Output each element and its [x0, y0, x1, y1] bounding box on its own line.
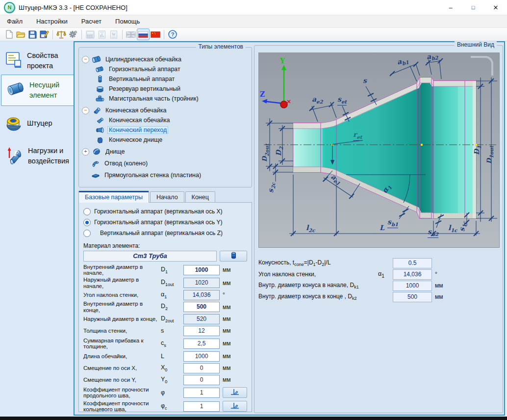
sidebar-item-project-properties[interactable]: Свойства проекта — [0, 48, 73, 74]
param-unit: мм — [223, 353, 231, 360]
element-types-group: Типы элементов − Цилиндрическая обечайка… — [78, 47, 252, 187]
sidebar-item-shell-element[interactable]: Несущий элемент — [1, 75, 74, 106]
weld-seam-button[interactable] — [223, 387, 247, 398]
param-value-input[interactable]: 1 — [183, 401, 220, 412]
tree-item-rectangular-wall[interactable]: Прямоугольная стенка (пластина) — [82, 170, 252, 180]
param-unit: мм — [223, 327, 231, 334]
open-file-icon[interactable] — [15, 29, 26, 40]
sidebar-item-nozzle[interactable]: Штуцер — [0, 111, 73, 136]
param-value-input[interactable]: 12 — [183, 326, 220, 336]
radio-label: Горизонтальный аппарат (вертикальная ось… — [94, 219, 223, 226]
tree-item-conical-shell[interactable]: Коническая обечайка — [96, 115, 252, 125]
radio-horizontal-y[interactable]: Горизонтальный аппарат (вертикальная ось… — [83, 217, 247, 228]
param-value-input[interactable]: 2,5 — [183, 339, 220, 349]
derived-row-taper: Конусность, tcone=|D1-D2|/L 0.5 — [258, 258, 500, 268]
svg-text:W: W — [112, 32, 116, 37]
sidebar-item-label: Свойства проекта — [27, 51, 73, 71]
menu-file[interactable]: Файл — [0, 15, 29, 27]
tree-item-elbow[interactable]: Отвод (колено) — [82, 158, 252, 168]
tree-item-conical-shell-group[interactable]: − Коническая обечайка — [82, 105, 252, 115]
main-panel: Типы элементов − Цилиндрическая обечайка… — [74, 41, 505, 416]
param-value-readonly: 14,036 — [183, 290, 220, 300]
menu-help[interactable]: Помощь — [108, 15, 147, 27]
dim-d1: D1 — [473, 146, 482, 155]
collapse-icon[interactable]: − — [82, 56, 89, 63]
3d-viewport[interactable]: Y Z ae2 set s ab1 ab2 D2out D2 s2c ret a… — [258, 52, 500, 248]
menu-calculation[interactable]: Расчет — [75, 15, 108, 27]
radio-icon-checked[interactable] — [83, 219, 91, 226]
collapse-icon[interactable]: − — [82, 107, 89, 114]
param-label: Коэффициент прочности продольного шва, — [83, 387, 158, 399]
sidebar: Свойства проекта Несущий элемент Штуцер … — [0, 41, 74, 417]
derived-row-dk1: Внутр. диаметр конуса в начале, Dk1 1000… — [258, 280, 500, 291]
param-value-input[interactable]: 0 — [183, 375, 220, 385]
dim-sb2: sb2 — [428, 228, 438, 238]
word-report-icon: W — [108, 29, 120, 40]
close-button[interactable]: ✕ — [484, 0, 507, 15]
save-as-icon[interactable] — [38, 29, 50, 40]
material-field[interactable]: Ст3 Труба — [83, 251, 217, 262]
param-value-input[interactable]: 1000 — [183, 265, 220, 275]
param-value-input[interactable]: 1 — [183, 388, 220, 398]
minimize-button[interactable]: – — [439, 0, 462, 15]
tree-item-vertical-tank[interactable]: Резервуар вертикальный — [96, 84, 252, 94]
dim-set: set — [337, 95, 347, 105]
param-unit: мм — [223, 304, 231, 311]
radio-icon[interactable] — [83, 230, 91, 237]
units-balance-icon[interactable] — [55, 29, 67, 40]
dim-l1c: l1c — [448, 224, 457, 233]
lang-zh-flag-icon[interactable] — [150, 29, 161, 40]
expand-icon[interactable]: + — [82, 148, 89, 156]
param-unit: мм — [223, 266, 231, 273]
tree-item-conical-head[interactable]: Коническое днище — [96, 135, 252, 145]
tree-item-tee-run[interactable]: Магистральная часть (тройник) — [96, 94, 252, 104]
axis-z-label: Z — [260, 90, 265, 98]
derived-row-alpha: Угол наклона стенки, α1 14,036 ° — [258, 269, 500, 280]
param-label: Внутренний диаметр в начале, — [83, 264, 158, 276]
tree-item-label: Магистральная часть (тройник) — [107, 95, 200, 103]
param-row-s: Толщина стенки, s 12 мм — [83, 325, 247, 337]
maximize-button[interactable]: □ — [462, 0, 484, 15]
param-row-alpha1: Угол наклона стенки, α1 14,036 ° — [83, 289, 247, 301]
save-icon[interactable] — [26, 29, 38, 40]
weld-seam-button[interactable] — [223, 401, 247, 412]
weld-seam-icon — [230, 388, 240, 397]
param-row-d2out: Наружный диаметр в конце, D2out 520 мм — [83, 313, 247, 325]
cylinder-vertical-icon — [96, 75, 104, 83]
dim-ae2: ae2 — [312, 95, 323, 105]
param-value-input[interactable]: 1000 — [183, 351, 220, 362]
new-file-icon[interactable] — [3, 29, 15, 40]
lang-ru-flag-icon[interactable] — [137, 28, 150, 40]
sidebar-item-loads[interactable]: F Нагрузки и воздействия — [0, 140, 73, 172]
radio-horizontal-x[interactable]: Горизонтальный аппарат (вертикальная ось… — [83, 206, 247, 217]
material-select-button[interactable] — [220, 251, 247, 262]
param-label: Коэффициент прочности кольцевого шва, — [83, 400, 158, 413]
tree-item-conical-transition[interactable]: Конический переход — [96, 125, 252, 135]
cone-icon — [92, 106, 101, 114]
radio-vertical-z[interactable]: Вертикальный аппарат (вертикальная ось Z… — [83, 228, 247, 238]
param-label: Смещение по оси Y, — [83, 377, 158, 383]
param-value-input[interactable]: 0 — [183, 363, 220, 373]
derived-label: Конусность, tcone=|D1-D2|/L — [258, 259, 375, 267]
tab-start[interactable]: Начало — [150, 191, 184, 203]
lang-en-flag-icon[interactable] — [125, 29, 137, 40]
tree-item-label: Цилиндрическая обечайка — [104, 55, 183, 63]
tree-item-head[interactable]: + Днище — [82, 147, 252, 157]
calculator-icon — [84, 29, 96, 40]
param-unit: мм — [223, 365, 231, 371]
param-value-input[interactable]: 500 — [183, 302, 220, 312]
tree-item-cylindrical-shell[interactable]: − Цилиндрическая обечайка — [82, 54, 252, 64]
tree-item-horizontal-apparatus[interactable]: Горизонтальный аппарат — [96, 64, 252, 74]
tree-item-label: Днище — [104, 148, 126, 156]
param-symbol: s — [161, 327, 180, 334]
tree-item-label: Отвод (колено) — [103, 159, 149, 167]
radio-icon[interactable] — [83, 208, 91, 215]
tab-end[interactable]: Конец — [185, 191, 215, 203]
cone-transition-icon — [96, 126, 104, 134]
help-icon[interactable]: ? — [167, 29, 178, 40]
tree-item-vertical-apparatus[interactable]: Вертикальный аппарат — [96, 74, 252, 84]
tab-basic-parameters[interactable]: Базовые параметры — [78, 191, 149, 203]
menu-settings[interactable]: Настройки — [29, 15, 75, 27]
material-label: Материал элемента: — [83, 242, 247, 249]
settings-gear-icon[interactable] — [67, 29, 79, 40]
